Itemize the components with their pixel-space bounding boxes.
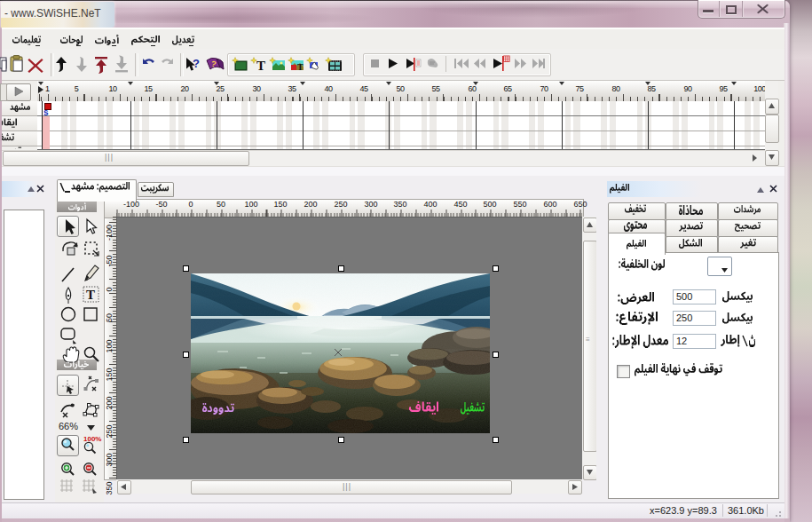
svg-text:?: ? (193, 57, 200, 70)
svg-text:T: T (297, 62, 304, 72)
svg-text:?: ? (210, 59, 217, 69)
svg-text:T: T (256, 59, 265, 73)
svg-text:100%: 100% (83, 435, 101, 443)
svg-text:T: T (86, 288, 95, 302)
